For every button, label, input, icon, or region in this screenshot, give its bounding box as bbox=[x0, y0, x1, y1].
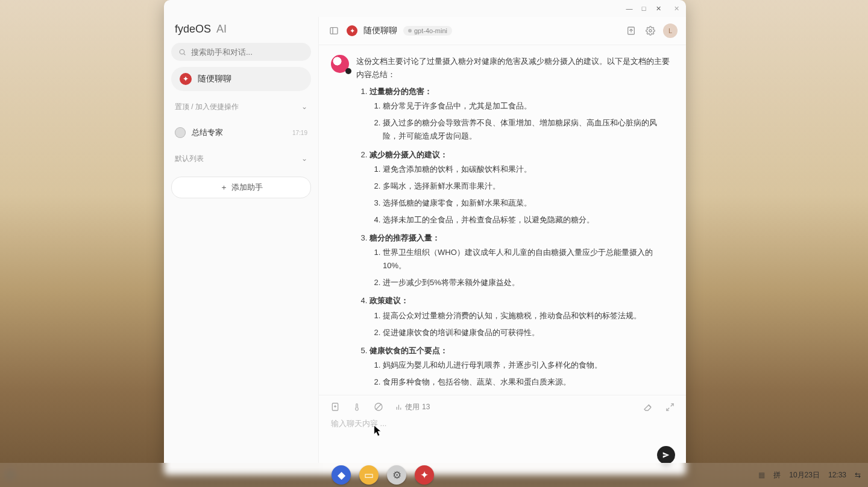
expand-icon[interactable] bbox=[664, 401, 675, 412]
add-assistant-label: 添加助手 bbox=[231, 182, 263, 193]
shelf-app-files[interactable]: ▭ bbox=[359, 465, 379, 485]
dot-icon bbox=[408, 29, 412, 33]
svg-point-0 bbox=[180, 49, 184, 54]
window-maximize-button[interactable]: □ bbox=[638, 2, 650, 14]
app-window: — □ ✕ ✕ fydeOS AI ✦ 随便聊聊 bbox=[164, 0, 686, 475]
model-selector[interactable]: gpt-4o-mini bbox=[403, 26, 452, 36]
message-section: 政策建议：提高公众对过量糖分消费的认知，实施糖税，推动食品和饮料的标签法规。促进… bbox=[370, 294, 670, 339]
shelf-status-area[interactable]: ▦ 拼 10月23日 12:33 ⇆ bbox=[758, 470, 861, 480]
section-title: 过量糖分的危害： bbox=[370, 87, 432, 96]
message-section: 减少糖分摄入的建议：避免含添加糖的饮料，如碳酸饮料和果汁。多喝水，选择新鲜水果而… bbox=[370, 148, 670, 227]
token-usage[interactable]: 使用 13 bbox=[395, 402, 430, 412]
chat-app-icon: ✦ bbox=[180, 73, 192, 85]
section-item: 选择未加工的全食品，并检查食品标签，以避免隐藏的糖分。 bbox=[383, 213, 670, 227]
svg-rect-2 bbox=[330, 28, 338, 34]
message-section: 糖分的推荐摄入量：世界卫生组织（WHO）建议成年人和儿童的自由糖摄入量应少于总能… bbox=[370, 231, 670, 289]
shelf-quick-settings-icon[interactable]: ⇆ bbox=[855, 471, 861, 479]
svg-line-17 bbox=[666, 407, 668, 410]
shelf-time: 12:33 bbox=[828, 471, 846, 479]
section-title: 政策建议： bbox=[370, 296, 409, 305]
usage-label: 使用 bbox=[405, 402, 420, 412]
search-input[interactable] bbox=[190, 47, 304, 57]
section-title: 糖分的推荐摄入量： bbox=[370, 233, 440, 242]
user-avatar[interactable]: L bbox=[663, 24, 678, 38]
panel-toggle-icon[interactable] bbox=[327, 24, 341, 37]
section-items: 妈妈应为婴儿和幼儿进行母乳喂养，并逐步引入多样化的食物。食用多种食物，包括谷物、… bbox=[370, 359, 670, 395]
section-title: 健康饮食的五个要点： bbox=[370, 346, 448, 355]
bar-chart-icon bbox=[395, 403, 403, 411]
section-item: 妈妈应为婴儿和幼儿进行母乳喂养，并逐步引入多样化的食物。 bbox=[383, 359, 670, 372]
window-close-outer-button[interactable]: ✕ bbox=[670, 2, 682, 14]
ime-indicator[interactable]: 拼 bbox=[773, 470, 781, 480]
tray-app-icon[interactable]: ▦ bbox=[758, 471, 765, 479]
assistant-timestamp: 17:19 bbox=[292, 130, 307, 136]
shelf-apps: ◆ ▭ ⚙ ✦ bbox=[332, 465, 434, 485]
eraser-icon[interactable] bbox=[643, 401, 653, 412]
message-body: 这份文档主要讨论了过量摄入糖分对健康的危害及减少糖分摄入的建议。以下是文档的主要… bbox=[356, 55, 670, 395]
section-items: 提高公众对过量糖分消费的认知，实施糖税，推动食品和饮料的标签法规。促进健康饮食的… bbox=[370, 309, 670, 339]
chat-pane: ✦ 随便聊聊 gpt-4o-mini bbox=[318, 17, 686, 475]
message-section: 过量糖分的危害：糖分常见于许多食品中，尤其是加工食品。摄入过多的糖分会导致营养不… bbox=[370, 85, 670, 143]
section-item: 食用多种食物，包括谷物、蔬菜、水果和蛋白质来源。 bbox=[383, 375, 670, 389]
search-box[interactable] bbox=[171, 43, 311, 61]
svg-line-11 bbox=[376, 404, 381, 409]
section-items: 糖分常见于许多食品中，尤其是加工食品。摄入过多的糖分会导致营养不良、体重增加、增… bbox=[370, 99, 670, 143]
active-chat-chip[interactable]: ✦ 随便聊聊 bbox=[171, 67, 311, 91]
shelf-date: 10月23日 bbox=[789, 470, 820, 480]
usage-count: 13 bbox=[422, 403, 430, 411]
add-assistant-button[interactable]: ＋ 添加助手 bbox=[171, 177, 311, 198]
assistant-message: 这份文档主要讨论了过量摄入糖分对健康的危害及减少糖分摄入的建议。以下是文档的主要… bbox=[331, 55, 671, 395]
section-item: 避免含添加糖的饮料，如碳酸饮料和果汁。 bbox=[383, 163, 670, 176]
composer-input-area bbox=[330, 417, 675, 464]
assistant-row-summary[interactable]: 总结专家 17:19 bbox=[171, 122, 311, 143]
chat-scroll[interactable]: 这份文档主要讨论了过量摄入糖分对健康的危害及减少糖分摄入的建议。以下是文档的主要… bbox=[319, 45, 686, 395]
active-chat-label: 随便聊聊 bbox=[198, 74, 231, 84]
chat-input[interactable] bbox=[330, 417, 678, 462]
svg-line-1 bbox=[184, 54, 185, 55]
shelf: ◆ ▭ ⚙ ✦ ▦ 拼 10月23日 12:33 ⇆ bbox=[0, 463, 868, 487]
section-item: 多喝水，选择新鲜水果而非果汁。 bbox=[383, 180, 670, 193]
svg-point-6 bbox=[649, 30, 652, 32]
section-items: 世界卫生组织（WHO）建议成年人和儿童的自由糖摄入量应少于总能量摄入的10%。进… bbox=[370, 246, 670, 289]
brand-name: fydeOS bbox=[175, 23, 211, 35]
sidebar: fydeOS AI ✦ 随便聊聊 置顶 / 加入便捷操作 ⌄ bbox=[164, 17, 318, 475]
assistant-avatar-icon bbox=[331, 55, 349, 73]
shelf-app-browser[interactable]: ◆ bbox=[332, 465, 351, 485]
assistant-label: 总结专家 bbox=[192, 127, 223, 138]
message-sections: 过量糖分的危害：糖分常见于许多食品中，尤其是加工食品。摄入过多的糖分会导致营养不… bbox=[356, 85, 670, 395]
brand-title: fydeOS AI bbox=[171, 19, 311, 37]
section-item: 选择低糖的健康零食，如新鲜水果和蔬菜。 bbox=[383, 196, 670, 210]
section-item: 提高公众对过量糖分消费的认知，实施糖税，推动食品和饮料的标签法规。 bbox=[383, 309, 670, 322]
window-close-button[interactable]: ✕ bbox=[652, 2, 664, 14]
message-intro: 这份文档主要讨论了过量摄入糖分对健康的危害及减少糖分摄入的建议。以下是文档的主要… bbox=[356, 55, 670, 81]
shelf-app-settings[interactable]: ⚙ bbox=[387, 465, 406, 485]
chevron-down-icon: ⌄ bbox=[301, 154, 307, 163]
section-item: 促进健康饮食的培训和健康食品的可获得性。 bbox=[383, 326, 670, 339]
section-item: 世界卫生组织（WHO）建议成年人和儿童的自由糖摄入量应少于总能量摄入的10%。 bbox=[383, 246, 670, 272]
chevron-down-icon: ⌄ bbox=[301, 102, 307, 111]
section-title: 减少糖分摄入的建议： bbox=[370, 150, 448, 159]
thermometer-icon[interactable] bbox=[351, 401, 362, 412]
section-pinned[interactable]: 置顶 / 加入便捷操作 ⌄ bbox=[171, 97, 311, 116]
section-item: 糖分常见于许多食品中，尤其是加工食品。 bbox=[383, 99, 670, 113]
search-icon bbox=[178, 48, 186, 56]
section-item: 摄入过多的糖分会导致营养不良、体重增加、增加糖尿病、高血压和心脏病的风险，并可能… bbox=[383, 116, 670, 143]
history-off-icon[interactable] bbox=[373, 401, 384, 412]
settings-icon[interactable] bbox=[644, 24, 657, 37]
window-titlebar: — □ ✕ ✕ bbox=[164, 0, 686, 17]
section-pinned-label: 置顶 / 加入便捷操作 bbox=[175, 102, 239, 112]
brand-subtitle: AI bbox=[216, 23, 227, 35]
svg-line-16 bbox=[670, 403, 673, 406]
section-items: 避免含添加糖的饮料，如碳酸饮料和果汁。多喝水，选择新鲜水果而非果汁。选择低糖的健… bbox=[370, 163, 670, 227]
section-item: 进一步减少到5%将带来额外健康益处。 bbox=[383, 276, 670, 289]
shelf-app-fydeos-ai[interactable]: ✦ bbox=[415, 465, 434, 485]
chat-header: ✦ 随便聊聊 gpt-4o-mini bbox=[319, 17, 686, 45]
export-icon[interactable] bbox=[624, 24, 638, 37]
attach-file-icon[interactable] bbox=[330, 401, 341, 412]
model-label: gpt-4o-mini bbox=[414, 27, 447, 34]
assistant-avatar-icon bbox=[175, 127, 186, 138]
send-button[interactable] bbox=[657, 446, 675, 464]
window-minimize-button[interactable]: — bbox=[623, 2, 635, 14]
message-section: 健康饮食的五个要点：妈妈应为婴儿和幼儿进行母乳喂养，并逐步引入多样化的食物。食用… bbox=[370, 344, 670, 395]
section-default[interactable]: 默认列表 ⌄ bbox=[171, 149, 311, 168]
